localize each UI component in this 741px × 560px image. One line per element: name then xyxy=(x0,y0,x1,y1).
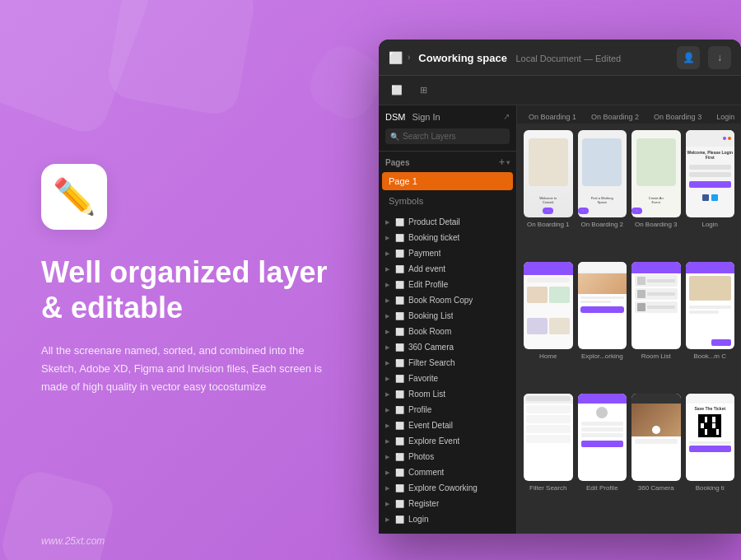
search-bar[interactable]: 🔍 Search Layers xyxy=(385,128,510,144)
ob2-text: Find a WorkingSpace xyxy=(582,196,622,204)
home-cell3 xyxy=(527,318,548,334)
artboard-booking-ticket[interactable]: Save The Ticket xyxy=(686,394,735,520)
tab-onboarding2[interactable]: On Boarding 2 xyxy=(586,110,644,124)
filter-header xyxy=(524,394,573,404)
layer-name: Book Room Copy xyxy=(408,296,473,305)
editp-header xyxy=(578,394,627,404)
avatar-button[interactable]: 👤 xyxy=(677,46,700,69)
bookc-line1 xyxy=(689,306,732,309)
tab-login[interactable]: Login xyxy=(711,110,739,124)
avatar-icon: 👤 xyxy=(683,52,695,63)
artboard-label-bookc: Book...m C xyxy=(686,352,735,360)
layer-360-camera[interactable]: ▶ ⬜ 360 Camera xyxy=(379,339,516,355)
layer-frame-icon: ⬜ xyxy=(395,281,405,289)
layer-arrow-icon: ▶ xyxy=(385,250,392,257)
pages-chevron-icon: ▾ xyxy=(506,159,510,166)
signin-link[interactable]: Sign In xyxy=(412,112,440,122)
window-icon: ⬜ xyxy=(389,51,403,64)
pencil-icon: ✏️ xyxy=(53,176,96,217)
artboard-login[interactable]: Welcome, Please Login First Login xyxy=(686,130,735,257)
artboard-label-editp: Edit Profile xyxy=(578,484,627,492)
layer-frame-icon: ⬜ xyxy=(395,312,405,320)
bookc-header xyxy=(686,262,735,273)
layer-arrow-icon: ▶ xyxy=(385,266,392,273)
editp-field1 xyxy=(581,422,624,426)
camera-header xyxy=(631,394,681,404)
layer-booking-ticket[interactable]: ▶ ⬜ Booking ticket xyxy=(379,230,516,245)
qr-c8 xyxy=(708,423,711,429)
app-icon: ✏️ xyxy=(41,164,107,230)
watermark: www.25xt.com xyxy=(41,535,105,547)
editp-avatar xyxy=(596,407,608,418)
layer-room-list[interactable]: ▶ ⬜ Room List xyxy=(379,386,516,402)
layer-edit-profile[interactable]: ▶ ⬜ Edit Profile xyxy=(379,277,516,292)
layer-payment[interactable]: ▶ ⬜ Payment xyxy=(379,245,516,261)
layer-photos[interactable]: ▶ ⬜ Photos xyxy=(379,449,516,464)
artboard-360camera[interactable]: 360 Camera xyxy=(631,394,681,520)
qr-c12 xyxy=(705,429,708,435)
layer-book-room-copy[interactable]: ▶ ⬜ Book Room Copy xyxy=(379,292,516,308)
qr-c13 xyxy=(708,429,711,435)
layer-comment[interactable]: ▶ ⬜ Comment xyxy=(379,464,516,480)
canvas-tabs: On Boarding 1 On Boarding 2 On Boarding … xyxy=(517,105,741,124)
artboard-thumb-room xyxy=(631,262,681,349)
layer-product-detail[interactable]: ▶ ⬜ Product Detail xyxy=(379,214,516,230)
room-item2 xyxy=(635,288,678,300)
layer-login[interactable]: ▶ ⬜ Login xyxy=(379,511,516,527)
layer-register[interactable]: ▶ ⬜ Register xyxy=(379,496,516,511)
room-text3 xyxy=(647,306,675,309)
app-window: ⬜ › Coworking space Local Document — Edi… xyxy=(379,40,741,534)
room-list xyxy=(631,273,681,315)
artboard-label-filter: Filter Search xyxy=(524,484,573,492)
layer-frame-icon: ⬜ xyxy=(395,265,405,273)
artboard-room-list[interactable]: Room List xyxy=(631,262,681,389)
room-text1 xyxy=(647,279,675,282)
home-cell1 xyxy=(527,287,548,303)
artboard-thumb-ob3: Create AnEvent › xyxy=(631,130,681,217)
artboard-filter-search[interactable]: Filter Search xyxy=(524,394,573,520)
dsm-link[interactable]: DSM xyxy=(385,112,405,122)
artboard-thumb-booking: Save The Ticket xyxy=(686,394,735,481)
layer-filter-search[interactable]: ▶ ⬜ Filter Search xyxy=(379,355,516,371)
tab-onboarding3[interactable]: On Boarding 3 xyxy=(649,110,706,124)
view-single-button[interactable]: ⬜ xyxy=(387,81,407,100)
artboard-edit-profile[interactable]: Edit Profile xyxy=(578,394,627,520)
subtext: All the screenare named, sorted, and com… xyxy=(41,342,338,396)
ob3-button: › xyxy=(631,208,642,214)
tab-onboarding1[interactable]: On Boarding 1 xyxy=(524,110,581,124)
layer-profile[interactable]: ▶ ⬜ Profile xyxy=(379,402,516,418)
artboard-onboarding3[interactable]: Create AnEvent › On Boarding 3 xyxy=(631,130,681,257)
artboard-onboarding2[interactable]: Find a WorkingSpace › On Boarding 2 xyxy=(578,130,627,257)
layer-favorite[interactable]: ▶ ⬜ Favorite xyxy=(379,371,516,386)
layer-add-event[interactable]: ▶ ⬜ Add event xyxy=(379,261,516,277)
artboard-thumb-home xyxy=(524,262,573,349)
explore-content xyxy=(578,294,627,315)
explore-btn xyxy=(580,306,625,313)
camera-controls xyxy=(631,436,681,446)
layer-explore-event[interactable]: ▶ ⬜ Explore Event xyxy=(379,433,516,449)
artboard-explore[interactable]: Explor...orking xyxy=(578,262,627,389)
artboard-home[interactable]: Home xyxy=(524,262,573,389)
ob3-image xyxy=(636,138,676,186)
layer-name: Explore Coworking xyxy=(408,483,478,492)
layer-explore-coworking[interactable]: ▶ ⬜ Explore Coworking xyxy=(379,480,516,496)
view-grid-button[interactable]: ⊞ xyxy=(413,81,433,100)
page-item-symbols[interactable]: Symbols xyxy=(382,192,513,210)
login-title: Welcome, Please Login First xyxy=(686,147,735,161)
layer-book-room[interactable]: ▶ ⬜ Book Room xyxy=(379,324,516,339)
page-item-page1[interactable]: Page 1 xyxy=(382,172,513,190)
download-button[interactable]: ↓ xyxy=(708,46,731,69)
home-search xyxy=(527,278,570,282)
add-page-button[interactable]: + xyxy=(499,156,505,168)
layer-booking-list[interactable]: ▶ ⬜ Booking List xyxy=(379,308,516,324)
login-field1 xyxy=(689,165,732,170)
layer-frame-icon: ⬜ xyxy=(395,500,405,508)
layer-arrow-icon: ▶ xyxy=(385,438,392,445)
title-bar: ⬜ › Coworking space Local Document — Edi… xyxy=(379,40,741,76)
window-title: Coworking space xyxy=(418,52,507,64)
artboard-onboarding1[interactable]: Welcome toCowork › On Boarding 1 xyxy=(524,130,573,257)
qr-c3 xyxy=(708,417,711,422)
layer-event-detail[interactable]: ▶ ⬜ Event Detail xyxy=(379,418,516,433)
booking-btn xyxy=(689,446,732,452)
artboard-book-room-copy[interactable]: Book...m C xyxy=(686,262,735,389)
